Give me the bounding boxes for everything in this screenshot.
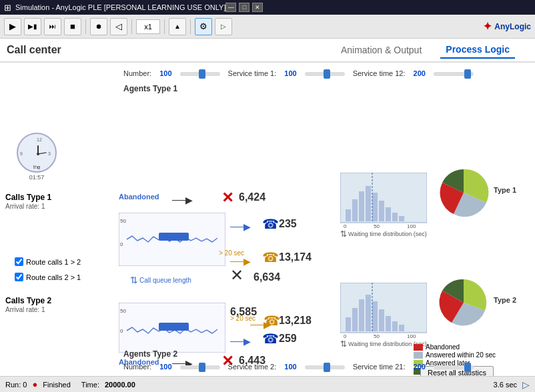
page-title: Call center [7,44,336,56]
svg-text:3: 3 [48,151,51,156]
cross-arrows: ✕ [230,266,243,285]
statusbar: Run: 0 ● Finished Time: 20000.00 3.6 sec… [0,376,535,392]
svg-rect-31 [352,308,358,331]
phone-icon-13218: ☎ [263,313,280,329]
slider-row-bottom: Number: 100 Service time 2: 100 Service … [123,363,474,371]
route1-checkbox[interactable] [15,257,23,266]
svg-rect-30 [346,317,351,331]
run-button[interactable]: ▷ [215,18,232,35]
service21-slider[interactable] [434,365,474,369]
number2-value: 100 [159,363,171,371]
arrow-235: ──▶ [230,221,251,232]
svg-text:0: 0 [120,241,123,247]
svg-rect-32 [359,299,364,331]
number2-thumb[interactable] [199,363,205,372]
pause-step-button[interactable]: ⏭ [44,18,61,35]
service21-thumb[interactable] [464,363,471,372]
arrow-259: ──▶ [230,336,251,347]
legend-answered-20-label: Answered within 20 sec [426,351,496,359]
value-13218: 13,218 [279,315,312,327]
legend-abandoned: Abandoned [414,343,496,351]
number-value: 100 [159,69,171,77]
service-time2-value: 100 [284,363,296,371]
calls-type2-arrival: Arrival rate: 1 [5,306,51,313]
tab-animation[interactable]: Animation & Output [336,42,427,58]
svg-text:0: 0 [120,328,123,334]
tab-process-logic[interactable]: Process Logic [440,41,515,59]
phone-icon-13174: ☎ [262,249,279,265]
maximize-button[interactable]: □ [239,3,249,12]
svg-rect-19 [366,186,371,221]
svg-text:50: 50 [374,333,380,339]
sep4 [190,19,191,34]
arrow-13174: ──▶ [230,256,251,267]
status-text: Finished [43,381,71,389]
status-icon: ● [32,379,37,389]
calls-type1-label: Calls Type 1 [5,193,51,202]
sliders-top: Number: 100 Service time 1: 100 Service … [123,69,528,77]
type2-chart-label: Type 2 [494,296,516,304]
number2-label: Number: [123,363,151,371]
calls-type1-arrival: Arrival rate: 1 [5,203,51,210]
svg-rect-33 [366,295,371,331]
pie-chart-type1: Type 1 [437,166,490,221]
abandoned1-value: 6,424 [239,191,265,203]
clock-container: 12 3 6 9 thu 01:57 [17,133,57,181]
svg-text:50: 50 [374,223,380,229]
legend-abandoned-label: Abandoned [426,343,460,351]
close-button[interactable]: ✕ [252,3,263,12]
svg-text:0: 0 [344,333,347,339]
agents-type2-label: Agents Type 2 [123,349,177,359]
clock-time: 01:57 [17,174,57,181]
chart-type1-area: 50 0 [119,213,225,266]
number-slider[interactable] [180,72,220,76]
svg-rect-20 [372,193,378,221]
histogram-type1: 0 50 100 [340,173,427,229]
main-content: Number: 100 Service time 1: 100 Service … [0,63,535,376]
time-value: 20000.00 [105,381,135,389]
calls-type1-section: Calls Type 1 Arrival rate: 1 [5,193,51,210]
service1-thumb[interactable] [324,69,330,79]
svg-rect-16 [346,209,351,221]
minimize-button[interactable]: — [225,3,236,12]
run-label: Run: 0 [5,381,27,389]
stop-button[interactable]: ■ [64,18,81,35]
phone-icon-259: ☎ [262,331,279,347]
service2-thumb[interactable] [324,363,330,372]
sliders-bottom: Number: 100 Service time 2: 100 Service … [123,363,474,371]
run-options-button[interactable]: ▲ [169,18,186,35]
svg-rect-23 [392,213,398,221]
service12-slider[interactable] [434,72,474,76]
toolbar: ▶ ▶▮ ⏭ ■ ⏺ ◁ x1 ▲ ⚙ ▷ ✦ AnyLogic [0,15,535,39]
service-time21-value: 200 [414,363,426,371]
agents-type2-header: Agents Type 2 [123,349,177,361]
settings-button[interactable]: ⚙ [195,18,212,35]
service-time21-label: Service time 21: [353,363,406,371]
value-6634: 6,634 [253,271,280,283]
chart-type2-area: 50 0 [119,303,225,353]
route2-checkbox[interactable] [15,273,23,281]
record-button[interactable]: ⏺ [90,18,107,35]
play-statusbar-button[interactable]: ▷ [522,379,530,390]
legend-answered-20-color [414,352,423,359]
phone-icon-235: ☎ [262,216,279,232]
service2-slider[interactable] [305,365,345,369]
play-step-button[interactable]: ▶▮ [24,18,41,35]
svg-rect-18 [359,191,364,221]
route2-checkbox-row[interactable]: Route calls 2 > 1 [15,271,81,283]
svg-text:0: 0 [344,223,347,229]
service-time2-label: Service time 2: [228,363,277,371]
window-controls[interactable]: — □ ✕ [225,3,263,12]
svg-text:100: 100 [407,333,416,339]
svg-rect-35 [379,309,384,331]
number-thumb[interactable] [199,69,205,79]
calls-type2-label: Calls Type 2 [5,296,51,305]
play-button[interactable]: ▶ [4,18,21,35]
service12-thumb[interactable] [464,69,471,79]
route1-checkbox-row[interactable]: Route calls 1 > 2 [15,256,81,267]
number2-slider[interactable] [180,365,220,369]
service1-slider[interactable] [305,72,345,76]
legend-answered-20: Answered within 20 sec [414,351,496,359]
back-button[interactable]: ◁ [110,18,127,35]
service-time12-label: Service time 12: [353,69,406,77]
